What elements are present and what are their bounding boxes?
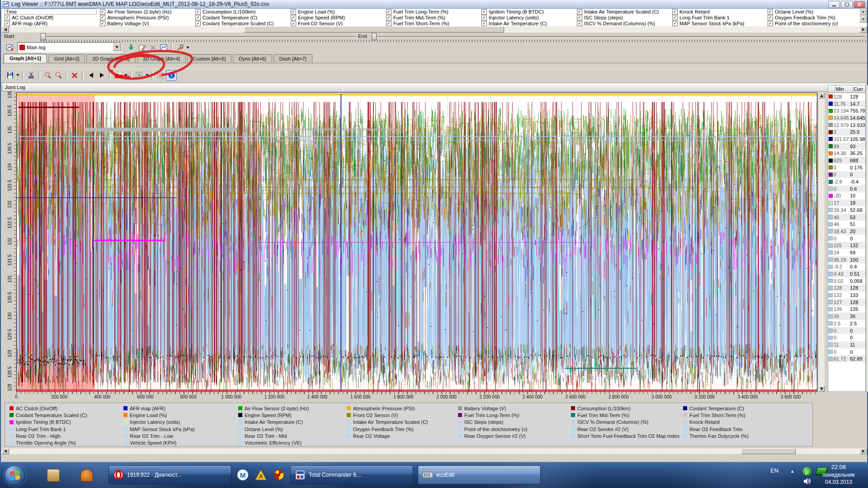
param-checkbox[interactable]: ✓ISCV % Demand (Columns) (%) [577, 20, 672, 26]
log-selector[interactable]: Main log [17, 42, 122, 53]
zoom-in-icon[interactable] [42, 70, 53, 81]
param-checkbox[interactable]: ✓ISC Steps (steps) [577, 14, 672, 20]
param-checkbox[interactable]: ✓Intake Air Temperature (C) [481, 20, 577, 26]
param-checkbox[interactable]: ✓Consumption (L/100km) [195, 9, 291, 14]
scrollbar-track[interactable] [9, 448, 860, 454]
radiation-icon[interactable] [272, 468, 286, 482]
scroll-down-icon[interactable] [819, 386, 825, 392]
start-slider-track[interactable] [46, 36, 356, 37]
tab-graph[interactable]: Graph [Alt+1] [4, 54, 47, 63]
next-icon[interactable] [96, 70, 107, 81]
edit-icon[interactable] [137, 42, 147, 53]
plot-vertical-scrollbar[interactable] [819, 93, 825, 392]
tools-dropdown-icon[interactable] [185, 42, 190, 52]
avira-icon[interactable]: A [254, 468, 268, 482]
series-color-swatch [829, 201, 833, 205]
param-checkbox[interactable]: ✓Battery Voltage (V) [100, 20, 195, 26]
minimize-button[interactable] [828, 1, 840, 8]
param-checkbox[interactable]: ✓Octane Level (%) [768, 9, 863, 14]
param-scroll-up-icon[interactable]: ▼ [859, 9, 867, 15]
graph-style-dropdown-icon[interactable] [123, 70, 128, 80]
import-icon[interactable] [126, 42, 137, 53]
param-checkbox[interactable]: ✓Coolant Temperature (C) [195, 14, 291, 20]
scrollbar-thumb[interactable] [741, 448, 796, 454]
select-region-icon[interactable] [134, 70, 145, 81]
tab-grid[interactable]: Grid [Alt+2] [48, 54, 85, 63]
scroll-right-icon[interactable] [860, 26, 867, 33]
tab-3d[interactable]: 3D Graph [Alt+4] [137, 54, 186, 63]
maximize-button[interactable] [841, 1, 853, 8]
log-list-icon[interactable] [155, 70, 166, 81]
save-icon[interactable] [5, 70, 15, 81]
param-checkbox[interactable]: ✓Fuel Trim Long-Term (%) [386, 9, 481, 14]
tools-icon[interactable] [175, 42, 185, 53]
param-checkbox[interactable]: ✓Ignition Timing (B BTDC) [481, 9, 577, 14]
tab-2d[interactable]: 2D Graph [Alt+3] [86, 54, 135, 63]
param-checkbox[interactable]: ✓Engine Load (%) [291, 9, 386, 14]
close-button[interactable] [854, 1, 865, 8]
utorrent-icon[interactable]: µ [802, 466, 812, 476]
graph-style-icon[interactable] [113, 70, 123, 81]
save-dropdown-icon[interactable] [15, 70, 20, 80]
param-checkbox[interactable]: ✓Injector Latency (units) [481, 14, 577, 20]
param-checkbox[interactable]: ✓Atmospheric Pressure (PSI) [100, 14, 195, 20]
volume-icon[interactable] [804, 478, 812, 484]
clipboard-icon[interactable] [47, 469, 60, 482]
tab-dash[interactable]: Dash [Alt+7] [274, 54, 312, 63]
top-horizontal-scrollbar[interactable] [2, 26, 867, 33]
param-checkbox[interactable]: ✓Long Fuel Trim Bank 1 [672, 14, 768, 20]
taskbar-button[interactable]: Total Commander 6.... [290, 465, 413, 484]
time-field[interactable]: Time [5, 9, 97, 14]
graph-add-icon[interactable] [5, 42, 15, 53]
param-checkbox[interactable]: ✓Fuel Trim Mid-Term (%) [386, 14, 481, 20]
param-checkbox[interactable]: ✓Point of the stoichiometry (v) [768, 20, 863, 26]
param-checkbox[interactable]: ✓Coolant Temperature Scaled (C) [195, 20, 291, 26]
delete-icon[interactable] [69, 70, 80, 81]
start-slider-handle[interactable] [41, 33, 46, 40]
end-slider-track[interactable] [377, 36, 865, 37]
scrollbar-thumb[interactable] [244, 26, 504, 33]
language-indicator[interactable]: EN [770, 467, 778, 474]
param-checkbox[interactable]: ✓Air Flow Sensor (2-byte) (Hz) [100, 9, 195, 14]
taskbar-buttons: 1919:922 - Диагност...MATotal Commander … [108, 465, 541, 485]
start-button[interactable] [5, 465, 25, 486]
scrollbar-track[interactable] [9, 26, 860, 33]
param-checkbox[interactable]: ✓Intake Air Temperature Scaled (C) [577, 9, 672, 14]
taskbar-button[interactable]: 1919:922 - Диагност... [108, 465, 231, 484]
legend-column: AC Clutch (On/Off)Coolant Temperature Sc… [9, 405, 87, 446]
plot-area[interactable] [16, 93, 817, 392]
scroll-left-icon[interactable] [2, 26, 9, 33]
scroll-right-icon[interactable] [860, 448, 867, 454]
param-scroll-down-icon[interactable]: ▼ [859, 16, 867, 23]
graph-icon[interactable] [158, 42, 169, 53]
param-checkbox[interactable]: ✓Knock Retard [672, 9, 768, 14]
log-graph-canvas[interactable] [17, 93, 817, 391]
prev-icon[interactable] [85, 70, 96, 81]
pinned-app-icon[interactable] [80, 469, 93, 482]
dropdown-arrow-icon[interactable] [113, 43, 121, 51]
info-icon[interactable]: i [166, 70, 177, 81]
param-checkbox[interactable]: ✓Fuel Trim Short-Term (%) [386, 20, 481, 26]
scroll-up-icon[interactable] [819, 93, 825, 99]
clear-icon[interactable] [147, 42, 158, 53]
param-checkbox[interactable]: ✓AC Clutch (On/Off) [5, 14, 100, 20]
taskbar-clock[interactable]: 22:06 понедельник 04.03.2013 [814, 464, 863, 485]
end-slider-handle[interactable] [372, 33, 377, 40]
legend-color-swatch [571, 420, 575, 424]
taskbar-button[interactable]: ecuEdit [418, 465, 541, 484]
zoom-out-icon[interactable] [53, 70, 64, 81]
param-checkbox[interactable]: ✓AFR map (AFR) [5, 20, 100, 26]
param-checkbox[interactable]: ✓MAP Sensor Stock kPa (kPa) [672, 20, 768, 26]
tab-custom[interactable]: Custom [Alt+5] [187, 54, 231, 63]
scroll-left-icon[interactable] [2, 448, 9, 454]
hidden-icons-chevron[interactable]: ▲ [790, 469, 794, 474]
tab-dyno[interactable]: Dyno [Alt+6] [233, 54, 272, 63]
param-checkbox[interactable]: ✓Front O2 Sensor (V) [291, 20, 386, 26]
param-checkbox[interactable]: ✓Oxygen Feedback Trim (%) [768, 14, 863, 20]
maxthon-icon[interactable]: M [236, 468, 250, 482]
param-checkbox[interactable]: ✓Engine Speed (RPM) [291, 14, 386, 20]
cut-icon[interactable] [26, 70, 37, 81]
select-region-dropdown-icon[interactable] [145, 70, 150, 80]
values-scrollbar[interactable] [866, 85, 868, 392]
bottom-horizontal-scrollbar[interactable] [2, 448, 867, 454]
